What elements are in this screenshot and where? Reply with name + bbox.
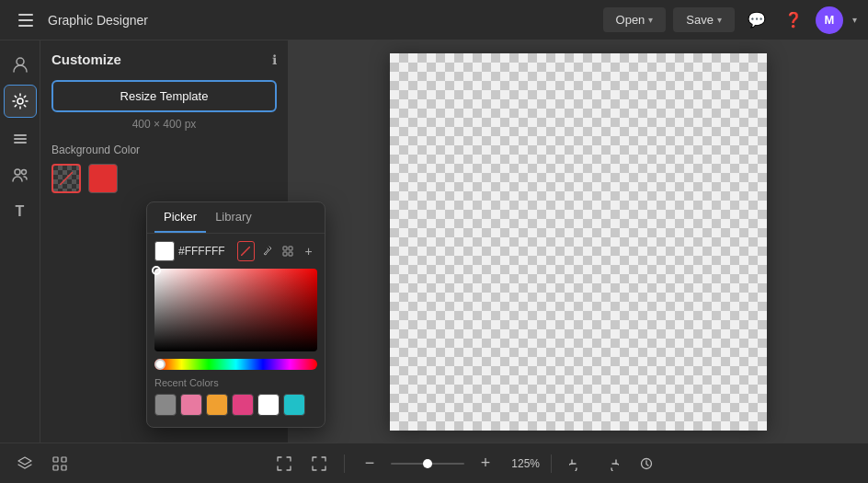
zoom-value: 125% <box>507 457 540 470</box>
svg-point-3 <box>17 58 24 65</box>
hex-color-preview <box>154 241 175 261</box>
picker-tabs: Picker Library <box>147 202 325 234</box>
hex-row: + <box>147 241 325 261</box>
canvas-content[interactable] <box>390 53 767 431</box>
bg-color-row <box>51 164 277 193</box>
svg-rect-17 <box>62 457 66 462</box>
panel-info-icon[interactable]: ℹ <box>272 52 277 67</box>
sidebar-item-user[interactable] <box>4 48 37 81</box>
redo-icon[interactable] <box>598 450 625 477</box>
transparent-color-swatch[interactable] <box>51 164 81 193</box>
color-gradient-box[interactable] <box>154 269 317 351</box>
icon-sidebar: T <box>0 40 40 443</box>
divider-2 <box>551 454 552 473</box>
layers-bottom-icon[interactable] <box>11 450 39 477</box>
svg-point-4 <box>17 98 23 104</box>
bottom-center-controls: − + 125% <box>74 450 857 477</box>
main-area: T Customize ℹ Resize Template 400 × 400 … <box>0 40 868 443</box>
tab-picker[interactable]: Picker <box>154 202 206 233</box>
svg-rect-2 <box>18 25 33 27</box>
svg-rect-7 <box>14 142 27 144</box>
zoom-slider-wrap <box>391 463 464 465</box>
recent-colors-row <box>147 394 325 416</box>
divider-1 <box>344 454 345 473</box>
canvas-size-label: 400 × 400 px <box>51 118 277 131</box>
svg-point-8 <box>15 169 20 175</box>
add-color-btn[interactable]: + <box>300 241 317 261</box>
avatar[interactable]: M <box>816 6 843 34</box>
menu-button[interactable] <box>11 6 40 35</box>
bottom-bar: − + 125% <box>0 443 868 483</box>
svg-rect-5 <box>14 134 27 136</box>
hue-slider[interactable] <box>154 359 317 370</box>
grid-bottom-icon[interactable] <box>46 450 74 477</box>
sidebar-item-team[interactable] <box>4 158 37 191</box>
svg-point-9 <box>21 170 26 175</box>
no-color-icon-btn[interactable] <box>237 241 255 261</box>
panel-header: Customize ℹ <box>51 52 277 67</box>
recent-colors-label: Recent Colors <box>147 377 325 388</box>
open-button[interactable]: Open ▾ <box>603 7 667 32</box>
recent-swatch-2[interactable] <box>206 394 228 416</box>
svg-rect-19 <box>62 466 66 470</box>
sidebar-item-layers[interactable] <box>4 121 37 155</box>
chat-icon[interactable]: 💬 <box>742 6 771 35</box>
bottom-left-tools <box>11 450 74 477</box>
gradient-thumb <box>152 266 161 275</box>
svg-rect-15 <box>289 252 292 256</box>
panel-title: Customize <box>51 52 121 67</box>
svg-line-10 <box>60 172 73 185</box>
resize-template-button[interactable]: Resize Template <box>51 80 277 112</box>
history-icon[interactable] <box>633 450 660 477</box>
red-color-swatch[interactable] <box>88 164 118 193</box>
svg-rect-6 <box>14 138 27 140</box>
zoom-slider[interactable] <box>391 463 464 465</box>
grid-icon-btn[interactable] <box>280 241 297 261</box>
app-title: Graphic Designer <box>48 13 148 28</box>
undo-icon[interactable] <box>563 450 590 477</box>
help-icon[interactable]: ❓ <box>779 6 808 35</box>
tab-library[interactable]: Library <box>206 202 261 233</box>
save-button[interactable]: Save ▾ <box>673 7 735 32</box>
left-panel: Customize ℹ Resize Template 400 × 400 px… <box>40 40 289 443</box>
recent-swatch-5[interactable] <box>283 394 305 416</box>
svg-rect-12 <box>283 247 287 250</box>
open-chevron-icon: ▾ <box>648 15 653 25</box>
svg-rect-13 <box>289 247 292 250</box>
sidebar-item-customize[interactable] <box>4 85 37 118</box>
bg-color-label: Background Color <box>51 144 277 156</box>
avatar-chevron-icon: ▾ <box>852 15 857 25</box>
canvas-area <box>289 40 868 443</box>
color-picker-popup: Picker Library + <box>146 201 326 428</box>
zoom-thumb <box>423 459 432 468</box>
svg-rect-18 <box>53 466 58 470</box>
svg-line-11 <box>241 247 250 256</box>
recent-swatch-4[interactable] <box>257 394 280 416</box>
topbar: Graphic Designer Open ▾ Save ▾ 💬 ❓ M ▾ <box>0 0 868 40</box>
save-chevron-icon: ▾ <box>717 15 722 25</box>
svg-rect-0 <box>18 14 33 16</box>
hue-thumb <box>154 359 166 370</box>
fit-content-icon[interactable] <box>305 450 333 477</box>
svg-rect-1 <box>18 19 33 21</box>
recent-swatch-3[interactable] <box>232 394 254 416</box>
recent-swatch-1[interactable] <box>180 394 202 416</box>
hex-input[interactable] <box>178 245 234 258</box>
fit-page-icon[interactable] <box>270 450 298 477</box>
eyedropper-icon-btn[interactable] <box>258 241 276 261</box>
zoom-out-button[interactable]: − <box>356 450 383 477</box>
sidebar-item-text[interactable]: T <box>4 195 37 228</box>
zoom-in-button[interactable]: + <box>472 450 499 477</box>
recent-swatch-0[interactable] <box>154 394 177 416</box>
svg-rect-14 <box>283 252 287 256</box>
svg-rect-16 <box>53 457 58 462</box>
